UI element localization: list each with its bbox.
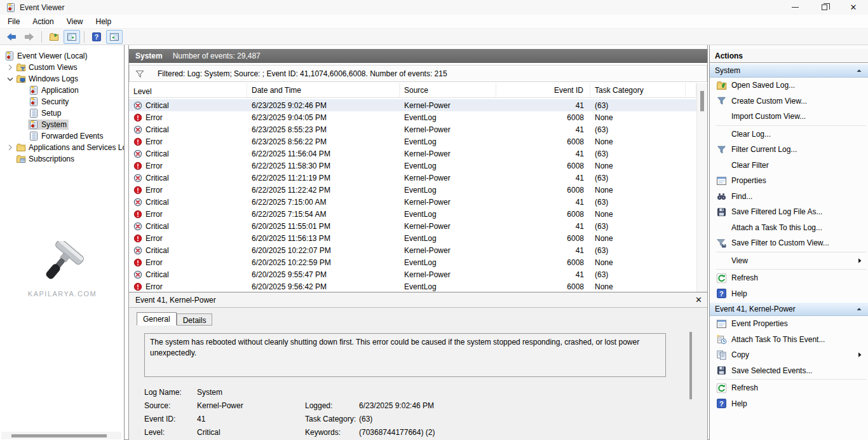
field-value: System — [197, 388, 305, 401]
chevron-right-icon[interactable] — [5, 62, 15, 72]
source-cell: Kernel-Power — [400, 246, 496, 255]
event-id-cell: 6008 — [496, 258, 590, 267]
table-vertical-scrollbar[interactable] — [696, 83, 707, 292]
action-save-filter-to-custom-view-[interactable]: Save Filter to Custom View... — [710, 235, 868, 251]
menu-view[interactable]: View — [60, 15, 90, 28]
action-label: Refresh — [731, 383, 758, 392]
table-row[interactable]: Error6/22/2025 11:58:30 PMEventLog6008No… — [129, 160, 696, 172]
back-button[interactable] — [3, 30, 20, 44]
actions-section-system[interactable]: System — [710, 64, 868, 78]
level-cell: Error — [129, 113, 247, 122]
action-clear-log-[interactable]: Clear Log... — [710, 127, 868, 142]
table-row[interactable]: Critical6/20/2025 9:55:47 PMKernel-Power… — [129, 268, 696, 280]
datetime-cell: 6/20/2025 11:56:13 PM — [247, 234, 400, 243]
menu-help[interactable]: Help — [90, 15, 118, 28]
error-icon — [133, 137, 142, 146]
action-event-properties[interactable]: Event Properties — [710, 316, 868, 332]
table-row[interactable]: Critical6/23/2025 8:55:23 PMKernel-Power… — [129, 123, 696, 135]
chevron-up-icon[interactable] — [855, 67, 863, 74]
close-button[interactable]: ✕ — [839, 0, 868, 15]
column-header-source[interactable]: Source — [400, 83, 496, 97]
table-vertical-scrollbar-thumb[interactable] — [700, 91, 704, 111]
task-category-cell: None — [590, 234, 686, 243]
tree-horizontal-scrollbar[interactable] — [1, 432, 121, 439]
event-id-cell: 6008 — [496, 234, 590, 243]
action-view[interactable]: View — [710, 253, 868, 269]
sidebar-item-subscriptions[interactable]: Subscriptions — [0, 153, 124, 165]
window-title: Event Viewer — [20, 3, 64, 12]
table-row[interactable]: Error6/22/2025 7:15:54 AMEventLog6008Non… — [129, 208, 696, 220]
table-row[interactable]: Error6/22/2025 11:22:42 PMEventLog6008No… — [129, 184, 696, 196]
find-icon — [716, 191, 727, 202]
sidebar-item-security[interactable]: Security — [0, 96, 124, 107]
open-saved-log-button[interactable] — [46, 30, 62, 44]
sidebar-item-forwarded-events[interactable]: Forwarded Events — [0, 130, 124, 142]
sidebar-item-windows-logs[interactable]: Windows Logs — [0, 73, 124, 85]
sidebar-item-event-viewer-local-[interactable]: Event Viewer (Local) — [0, 50, 124, 62]
chevron-right-icon[interactable] — [5, 142, 15, 153]
critical-icon — [133, 198, 142, 207]
properties-icon — [716, 319, 727, 329]
level-text: Critical — [146, 222, 169, 231]
action-filter-current-log-[interactable]: Filter Current Log... — [710, 142, 868, 158]
level-cell: Critical — [129, 101, 247, 110]
action-save-filtered-log-file-as-[interactable]: Save Filtered Log File As... — [710, 204, 868, 220]
menu-action[interactable]: Action — [26, 15, 60, 28]
column-header-event-id[interactable]: Event ID — [496, 83, 590, 97]
action-attach-a-task-to-this-log-[interactable]: Attach a Task To this Log... — [710, 220, 868, 236]
table-row[interactable]: Error6/20/2025 11:56:13 PMEventLog6008No… — [129, 232, 696, 244]
table-row[interactable]: Critical6/20/2025 10:22:07 PMKernel-Powe… — [129, 244, 696, 256]
task-category-cell: None — [590, 162, 686, 170]
action-find-[interactable]: Find... — [710, 189, 868, 205]
action-help[interactable]: ?Help — [710, 286, 868, 302]
action-refresh[interactable]: Refresh — [710, 270, 868, 286]
level-text: Error — [146, 113, 163, 122]
table-row[interactable]: Error6/23/2025 9:04:05 PMEventLog6008Non… — [129, 111, 696, 123]
action-copy[interactable]: Copy — [710, 347, 868, 363]
detail-scrollbar-thumb[interactable] — [689, 332, 692, 399]
column-header-level[interactable]: Level — [129, 83, 247, 97]
chevron-down-icon[interactable] — [5, 74, 15, 84]
detail-close-icon[interactable]: ✕ — [695, 295, 702, 305]
sidebar-item-system[interactable]: System — [0, 119, 124, 130]
table-row[interactable]: Critical6/22/2025 7:15:00 AMKernel-Power… — [129, 196, 696, 208]
action-properties[interactable]: Properties — [710, 173, 868, 189]
action-refresh[interactable]: Refresh — [710, 380, 868, 396]
actions-section-event-41-kernel-power[interactable]: Event 41, Kernel-Power — [710, 302, 868, 316]
tree-horizontal-scrollbar-thumb[interactable] — [11, 434, 107, 437]
menu-file[interactable]: File — [1, 15, 26, 28]
column-header-task-category[interactable]: Task Category — [590, 83, 686, 97]
help-button[interactable]: ? — [88, 30, 105, 44]
action-help[interactable]: ?Help — [710, 396, 868, 412]
event-id-cell: 41 — [496, 125, 590, 134]
action-clear-filter[interactable]: Clear Filter — [710, 158, 868, 174]
toggle-console-tree-button[interactable] — [64, 30, 80, 44]
tab-details[interactable]: Details — [177, 313, 213, 326]
forward-button[interactable] — [21, 30, 37, 44]
restore-button[interactable] — [810, 0, 839, 15]
action-save-selected-events-[interactable]: Save Selected Events... — [710, 363, 868, 379]
table-row[interactable]: Critical6/22/2025 11:56:04 PMKernel-Powe… — [129, 148, 696, 160]
save-filter-icon — [716, 238, 727, 249]
sidebar-item-setup[interactable]: Setup — [0, 107, 124, 119]
table-row[interactable]: Critical6/22/2025 11:21:19 PMKernel-Powe… — [129, 172, 696, 184]
table-row[interactable]: Critical6/20/2025 11:55:01 PMKernel-Powe… — [129, 220, 696, 232]
column-header-date-and-time[interactable]: Date and Time — [247, 83, 400, 97]
table-row[interactable]: Critical6/23/2025 9:02:46 PMKernel-Power… — [129, 99, 696, 111]
table-row[interactable]: Error6/20/2025 9:56:42 PMEventLog6008Non… — [129, 280, 696, 292]
table-row[interactable]: Error6/23/2025 8:56:22 PMEventLog6008Non… — [129, 135, 696, 148]
sidebar-item-custom-views[interactable]: Custom Views — [0, 62, 124, 73]
chevron-up-icon[interactable] — [855, 305, 863, 313]
toggle-action-pane-button[interactable] — [106, 30, 123, 44]
minimize-button[interactable] — [780, 0, 810, 15]
action-import-custom-view-[interactable]: Import Custom View... — [710, 109, 868, 125]
sidebar-item-applications-and-services-lo[interactable]: Applications and Services Lo — [0, 142, 124, 153]
sidebar-item-application[interactable]: Application — [0, 85, 124, 96]
action-create-custom-view-[interactable]: Create Custom View... — [710, 93, 868, 109]
action-attach-task-to-this-event-[interactable]: Attach Task To This Event... — [710, 332, 868, 348]
tab-general[interactable]: General — [137, 312, 177, 326]
action-open-saved-log-[interactable]: Open Saved Log... — [710, 78, 868, 93]
table-row[interactable]: Error6/20/2025 10:22:59 PMEventLog6008No… — [129, 256, 696, 268]
event-id-cell: 6008 — [496, 137, 590, 146]
action-label: Event Properties — [731, 319, 788, 328]
